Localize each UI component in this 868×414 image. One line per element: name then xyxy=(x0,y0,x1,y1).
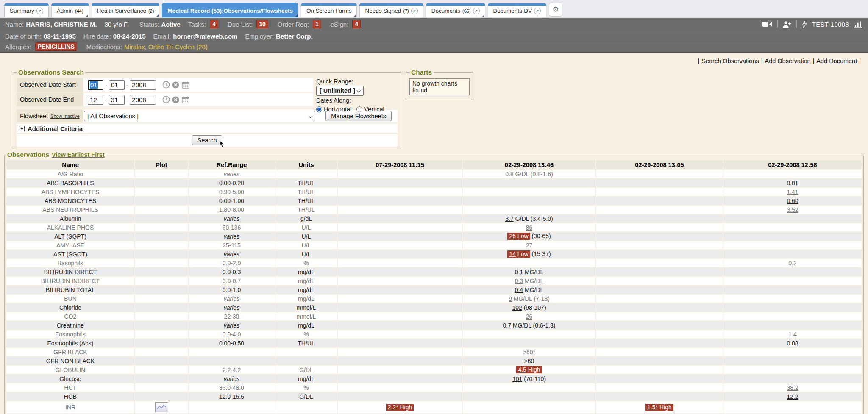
value-link[interactable]: 26 xyxy=(509,233,516,239)
column-header-07-29-2008-11-15[interactable]: 07-29-2008 11:15 xyxy=(338,160,462,169)
value-cell xyxy=(463,206,595,214)
medication-link-miralax[interactable]: Miralax xyxy=(124,43,145,50)
value-link[interactable]: 0.4 xyxy=(515,286,523,293)
observation-name: Albumin xyxy=(6,214,134,222)
value-link[interactable]: 1.5* xyxy=(647,404,658,411)
clock-icon[interactable] xyxy=(162,96,170,104)
column-header-name[interactable]: Name xyxy=(6,160,134,169)
value-link[interactable]: 0.01 xyxy=(787,180,798,186)
horizontal-radio[interactable] xyxy=(316,106,322,112)
date-start-month-input[interactable]: 01 xyxy=(88,80,103,90)
badge-tasks[interactable]: 4 xyxy=(210,20,218,28)
ref-range xyxy=(189,401,275,413)
value-link[interactable]: 12.2 xyxy=(787,393,798,400)
divider xyxy=(777,20,778,28)
date-start-day-input[interactable]: 01 xyxy=(109,80,125,90)
column-header-02-29-2008-12-58[interactable]: 02-29-2008 12:58 xyxy=(723,160,862,169)
tab-health-surveillance[interactable]: Health Surveillance(2) xyxy=(92,3,160,17)
quick-range-select[interactable]: [ Unlimited ] xyxy=(316,86,364,96)
value-link[interactable]: 0.2 xyxy=(788,260,796,267)
observation-row-albumin: Albuminvariesg/dL3.7 G/DL (3.4-5.0) xyxy=(6,214,862,222)
clear-date-icon[interactable] xyxy=(172,96,180,104)
value-link[interactable]: 3.52 xyxy=(787,206,798,213)
value-link[interactable]: 38.2 xyxy=(787,384,798,391)
search-button[interactable]: Search xyxy=(192,135,223,145)
tab-summary[interactable]: Summary↗ xyxy=(4,3,49,17)
column-header-02-29-2008-13-46[interactable]: 02-29-2008 13:46 xyxy=(463,160,595,169)
value-link[interactable]: 4.5 xyxy=(518,366,526,373)
plot-cell xyxy=(135,286,188,294)
value-link[interactable]: >60 xyxy=(524,358,534,364)
vertical-radio[interactable] xyxy=(356,106,362,112)
ref-range xyxy=(189,357,275,365)
allergy-badge[interactable]: PENICILLINS xyxy=(35,42,77,51)
value-link[interactable]: 102 xyxy=(512,304,522,311)
expand-plus-icon[interactable]: + xyxy=(19,126,25,131)
value-link[interactable]: 101 xyxy=(512,375,522,382)
value-cell xyxy=(596,321,723,329)
tab-medical-record-53-observations-flowsheets[interactable]: Medical Record (53):Observations/Flowshe… xyxy=(162,3,298,17)
calendar-icon[interactable] xyxy=(181,96,189,104)
value-link[interactable]: 0.1 xyxy=(515,269,523,275)
value-link[interactable]: 1.4 xyxy=(788,331,796,338)
plot-sparkline-button[interactable] xyxy=(155,402,168,412)
chart-icon[interactable] xyxy=(854,20,863,28)
additional-criteria-row[interactable]: + Additional Criteria xyxy=(17,124,398,133)
clock-icon[interactable] xyxy=(162,81,170,89)
dates-along-label: Dates Along: xyxy=(316,97,399,104)
badge-due-list[interactable]: 10 xyxy=(256,20,268,28)
value-link[interactable]: 86 xyxy=(526,224,533,231)
show-inactive-link[interactable]: Show Inactive xyxy=(50,114,79,119)
value-suffix: MG/DL xyxy=(523,286,543,293)
date-end-day-input[interactable]: 31 xyxy=(109,95,125,105)
value-link[interactable]: 1.41 xyxy=(787,189,798,195)
action-link-add-document[interactable]: Add Document xyxy=(816,58,857,64)
lightning-icon[interactable] xyxy=(801,20,807,28)
status-label: Status: xyxy=(139,21,159,28)
value-link[interactable]: 3.7 xyxy=(505,215,513,222)
flag-text: High xyxy=(658,404,672,411)
value-link[interactable]: 2.2* xyxy=(388,404,398,411)
tab-documents[interactable]: Documents(66)↗ xyxy=(426,3,485,17)
flowsheet-select[interactable]: [ All Observations ] xyxy=(84,111,315,121)
value-cell xyxy=(338,375,462,383)
date-end-month-input[interactable]: 12 xyxy=(88,95,103,105)
units: U/L xyxy=(275,223,337,231)
column-header-plot[interactable]: Plot xyxy=(135,160,188,169)
value-link[interactable]: 0.7 xyxy=(503,322,511,329)
value-suffix: MG/DL (0.6-1.3) xyxy=(511,322,556,329)
units: % xyxy=(275,259,337,267)
action-link-add-observation[interactable]: Add Observation xyxy=(765,58,811,64)
add-person-icon[interactable] xyxy=(782,20,792,28)
column-header-units[interactable]: Units xyxy=(275,160,337,169)
action-link-search-observations[interactable]: Search Observations xyxy=(701,58,759,64)
observation-name: Chloride xyxy=(6,303,134,311)
value-cell xyxy=(338,366,462,374)
view-earliest-first-link[interactable]: View Earliest First xyxy=(52,151,105,158)
video-camera-icon[interactable] xyxy=(762,20,773,28)
value-link[interactable]: 0.08 xyxy=(787,340,798,347)
value-link[interactable]: 27 xyxy=(526,242,533,249)
value-link[interactable]: 14 xyxy=(509,250,516,257)
value-link[interactable]: 26 xyxy=(526,313,533,320)
tab-needs-signed[interactable]: Needs Signed(7)↗ xyxy=(359,3,423,17)
calendar-icon[interactable] xyxy=(181,81,189,89)
value-link[interactable]: 9 xyxy=(509,295,512,302)
column-header-ref-range[interactable]: Ref.Range xyxy=(189,160,275,169)
clear-date-icon[interactable] xyxy=(172,81,180,89)
tab-on-screen-forms[interactable]: On Screen Forms xyxy=(301,3,357,17)
value-cell xyxy=(723,232,862,240)
tab-admin[interactable]: Admin(44) xyxy=(51,3,89,17)
value-link[interactable]: 0.3 xyxy=(515,278,523,284)
value-link[interactable]: 0.8 xyxy=(505,171,513,178)
date-end-year-input[interactable]: 2008 xyxy=(130,95,156,105)
value-link[interactable]: 0.60 xyxy=(787,197,798,204)
settings-gear-button[interactable]: ⚙ xyxy=(549,3,562,17)
medication-link-ortho-tri-cyclen-28[interactable]: Ortho Tri-Cyclen (28) xyxy=(148,43,208,50)
value-link[interactable]: >60* xyxy=(523,349,535,356)
badge-order-req[interactable]: 1 xyxy=(313,20,321,28)
date-start-year-input[interactable]: 2008 xyxy=(130,80,156,90)
tab-documents-dv[interactable]: Documents-DV↗ xyxy=(488,3,547,17)
column-header-02-29-2008-13-05[interactable]: 02-29-2008 13:05 xyxy=(596,160,723,169)
badge-esign[interactable]: 4 xyxy=(352,20,361,28)
